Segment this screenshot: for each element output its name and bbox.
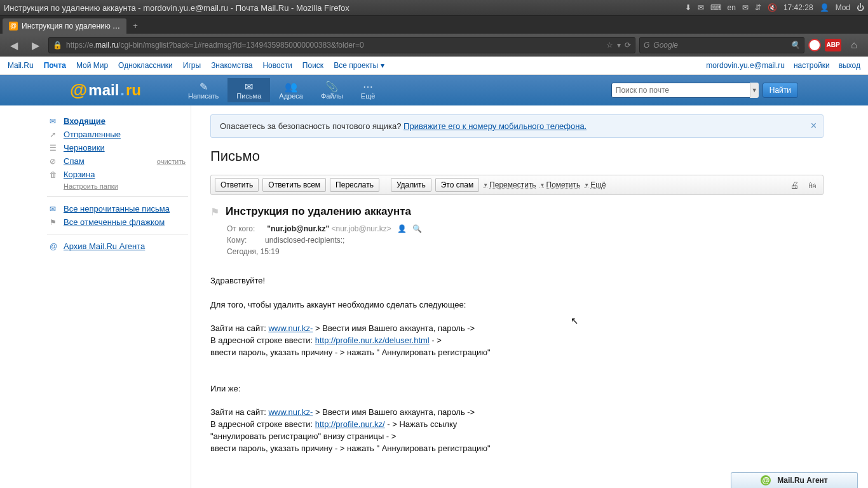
- adblock-icon[interactable]: ABP: [825, 39, 841, 51]
- user-menu-icon[interactable]: 👤: [820, 3, 829, 12]
- reply-button[interactable]: Ответить: [215, 178, 259, 192]
- add-contact-icon[interactable]: 👤: [397, 224, 407, 233]
- mail-search-button[interactable]: Найти: [763, 83, 798, 98]
- portal-link-znakomstva[interactable]: Знакомства: [211, 61, 252, 70]
- more-dropdown[interactable]: ▼Ещё: [584, 180, 606, 189]
- notice-link[interactable]: Привяжите его к номеру мобильного телефо…: [403, 121, 587, 131]
- trash-icon: 🗑: [50, 170, 58, 179]
- browser-tab-active[interactable]: @ Инструкция по удалению …: [3, 18, 126, 34]
- page-content: Mail.Ru Почта Мой Мир Одноклассники Игры…: [0, 57, 868, 488]
- portal-link-odnoklassniki[interactable]: Одноклассники: [118, 61, 173, 70]
- portal-link-mailru[interactable]: Mail.Ru: [8, 61, 34, 70]
- clock[interactable]: 17:42:28: [783, 3, 813, 12]
- all-flagged-link[interactable]: ⚑Все отмеченные флажком: [44, 215, 191, 229]
- mail-search-input[interactable]: [611, 83, 757, 98]
- folder-sent[interactable]: ↗Отправленные: [44, 128, 191, 141]
- new-tab-button[interactable]: +: [129, 21, 142, 34]
- messages-icon[interactable]: ✉: [742, 3, 749, 12]
- noscript-icon[interactable]: [808, 39, 821, 51]
- mail-indicator-icon[interactable]: ✉: [698, 3, 704, 12]
- envelope-icon: ✉: [236, 81, 261, 92]
- forward-button[interactable]: Переслать: [330, 178, 379, 192]
- bookmark-star-icon[interactable]: ☆: [606, 41, 613, 50]
- from-label: От кого:: [227, 224, 265, 233]
- back-button[interactable]: ◀: [5, 36, 23, 54]
- mark-dropdown[interactable]: ▼Пометить: [540, 180, 581, 189]
- user-menu[interactable]: Mod: [836, 3, 850, 12]
- search-sender-icon[interactable]: 🔍: [412, 224, 422, 233]
- volume-icon[interactable]: 🔇: [768, 3, 777, 12]
- header-nav: ✎Написать ✉Письма 👥Адреса 📎Файлы ⋯Ещё: [179, 78, 384, 102]
- portal-link-projects[interactable]: Все проекты ▾: [334, 61, 384, 70]
- tab-title: Инструкция по удалению …: [22, 22, 120, 30]
- window-title: Инструкция по удалению аккаунта - mordov…: [4, 3, 349, 13]
- flag-icon: ⚑: [50, 218, 58, 227]
- user-email[interactable]: mordovin.yu.e@mail.ru: [706, 61, 785, 70]
- power-icon[interactable]: ⏻: [857, 3, 864, 12]
- folder-drafts[interactable]: ☰Черновики: [44, 141, 191, 154]
- folder-spam[interactable]: ⊘Спамочистить: [44, 154, 191, 168]
- portal-link-moymir[interactable]: Мой Мир: [76, 61, 108, 70]
- configure-folders-link[interactable]: Настроить папки: [44, 181, 191, 191]
- lang-indicator[interactable]: en: [728, 3, 736, 12]
- mailru-logo[interactable]: @mail.ru: [70, 80, 141, 100]
- nav-compose[interactable]: ✎Написать: [179, 78, 227, 102]
- body-link[interactable]: http://profile.nur.kz/deluser.html: [315, 336, 430, 345]
- settings-link[interactable]: настройки: [794, 61, 830, 70]
- mailru-agent-bar[interactable]: @ Mail.Ru Агент: [731, 472, 858, 488]
- flag-toggle-icon[interactable]: ⚑: [210, 206, 219, 218]
- url-bar[interactable]: 🔒 https://e.mail.ru/cgi-bin/msglist?back…: [48, 37, 635, 53]
- portal-link-poisk[interactable]: Поиск: [302, 61, 323, 70]
- nav-more[interactable]: ⋯Ещё: [352, 78, 384, 102]
- agent-archive-link[interactable]: @Архив Mail.Ru Агента: [44, 240, 191, 253]
- search-engine-label: Google: [653, 41, 678, 50]
- clear-spam-link[interactable]: очистить: [157, 158, 186, 165]
- notice-close-button[interactable]: ×: [811, 120, 817, 132]
- nav-contacts[interactable]: 👥Адреса: [270, 78, 312, 102]
- dropdown-icon[interactable]: ▾: [617, 41, 621, 50]
- translate-icon[interactable]: 🗛: [805, 180, 819, 190]
- browser-search-bar[interactable]: G Google 🔍: [639, 37, 804, 53]
- window-titlebar: Инструкция по удалению аккаунта - mordov…: [0, 0, 868, 16]
- folder-sidebar: ✉Входящие ↗Отправленные ☰Черновики ⊘Спам…: [44, 105, 191, 488]
- reload-button[interactable]: ⟳: [625, 41, 631, 50]
- inbox-icon: ✉: [50, 117, 58, 126]
- move-dropdown[interactable]: ▼Переместить: [483, 180, 536, 189]
- all-unread-link[interactable]: ✉Все непрочитанные письма: [44, 202, 191, 215]
- body-link[interactable]: http://profile.nur.kz/: [315, 419, 385, 429]
- page-section-title: Письмо: [210, 148, 824, 165]
- spam-button[interactable]: Это спам: [435, 178, 479, 192]
- dropbox-icon[interactable]: ⬇: [685, 3, 691, 12]
- print-icon[interactable]: 🖨: [787, 180, 801, 190]
- network-icon[interactable]: ⇵: [755, 3, 761, 12]
- nav-files[interactable]: 📎Файлы: [312, 78, 352, 102]
- divider: [47, 234, 188, 234]
- divider: [47, 196, 188, 197]
- search-scope-dropdown[interactable]: ▼: [750, 83, 759, 98]
- security-notice: Опасаетесь за безопасность почтового ящи…: [210, 114, 824, 138]
- nav-letters[interactable]: ✉Письма: [227, 78, 270, 102]
- home-button[interactable]: ⌂: [845, 36, 863, 54]
- portal-link-novosti[interactable]: Новости: [262, 61, 292, 70]
- forward-button[interactable]: ▶: [27, 36, 44, 54]
- keyboard-icon[interactable]: ⌨: [710, 3, 721, 12]
- folder-inbox[interactable]: ✉Входящие: [44, 114, 191, 128]
- search-submit-icon[interactable]: 🔍: [790, 41, 800, 50]
- chevron-down-icon: ▼: [584, 182, 589, 188]
- folder-trash[interactable]: 🗑Корзина: [44, 168, 191, 181]
- unread-icon: ✉: [50, 205, 58, 214]
- portal-link-pochta[interactable]: Почта: [44, 61, 66, 70]
- browser-tab-strip: @ Инструкция по удалению … +: [0, 16, 868, 34]
- body-link[interactable]: www.nur.kz-: [268, 407, 313, 417]
- reply-all-button[interactable]: Ответить всем: [262, 178, 326, 192]
- logout-link[interactable]: выход: [839, 61, 860, 70]
- portal-link-igry[interactable]: Игры: [183, 61, 201, 70]
- message-body: Здравствуйте! Для того, чтобы удалить ак…: [210, 275, 824, 488]
- spam-icon: ⊘: [50, 157, 58, 166]
- mail-header: @mail.ru ✎Написать ✉Письма 👥Адреса 📎Файл…: [0, 75, 868, 105]
- notice-text: Опасаетесь за безопасность почтового ящи…: [220, 121, 403, 131]
- chevron-down-icon: ▼: [540, 182, 545, 188]
- agent-label: Mail.Ru Агент: [777, 476, 827, 485]
- delete-button[interactable]: Удалить: [391, 178, 431, 192]
- body-link[interactable]: www.nur.kz-: [268, 323, 313, 333]
